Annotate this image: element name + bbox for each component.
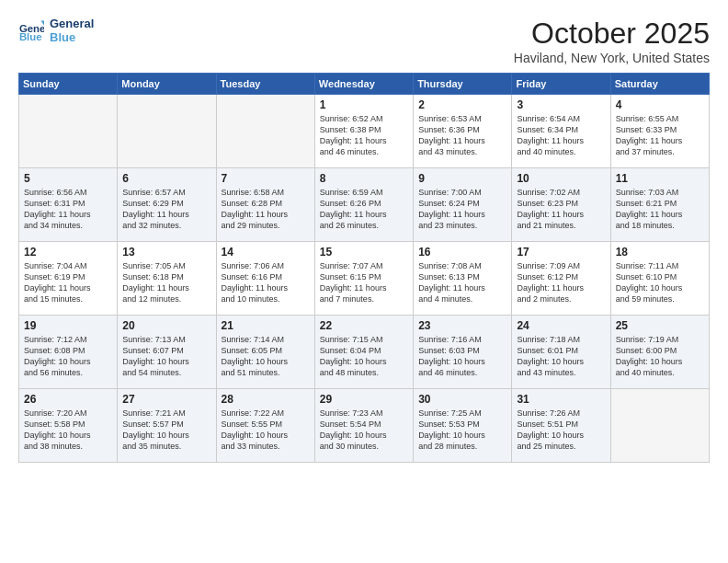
day-info: Sunrise: 7:12 AM Sunset: 6:08 PM Dayligh…	[24, 334, 112, 379]
day-info: Sunrise: 7:22 AM Sunset: 5:55 PM Dayligh…	[222, 408, 310, 453]
day-cell-17: 17Sunrise: 7:09 AM Sunset: 6:12 PM Dayli…	[512, 242, 610, 316]
day-info: Sunrise: 6:55 AM Sunset: 6:33 PM Dayligh…	[616, 113, 704, 158]
day-cell-27: 27Sunrise: 7:21 AM Sunset: 5:57 PM Dayli…	[118, 389, 216, 463]
day-cell-31: 31Sunrise: 7:26 AM Sunset: 5:51 PM Dayli…	[512, 389, 610, 463]
logo-general: General	[50, 17, 94, 30]
weekday-header-wednesday: Wednesday	[314, 74, 413, 95]
day-cell-14: 14Sunrise: 7:06 AM Sunset: 6:16 PM Dayli…	[216, 242, 314, 316]
day-info: Sunrise: 7:04 AM Sunset: 6:19 PM Dayligh…	[24, 260, 112, 305]
day-info: Sunrise: 7:06 AM Sunset: 6:16 PM Dayligh…	[222, 260, 310, 305]
day-info: Sunrise: 7:02 AM Sunset: 6:23 PM Dayligh…	[517, 187, 605, 232]
day-number: 25	[616, 319, 704, 332]
day-cell-18: 18Sunrise: 7:11 AM Sunset: 6:10 PM Dayli…	[610, 242, 709, 316]
day-info: Sunrise: 7:08 AM Sunset: 6:13 PM Dayligh…	[418, 260, 506, 305]
day-number: 5	[24, 172, 112, 185]
day-info: Sunrise: 7:21 AM Sunset: 5:57 PM Dayligh…	[122, 408, 210, 453]
day-number: 14	[222, 246, 310, 259]
day-cell-1: 1Sunrise: 6:52 AM Sunset: 6:38 PM Daylig…	[314, 95, 413, 168]
day-number: 28	[222, 393, 310, 406]
day-cell-19: 19Sunrise: 7:12 AM Sunset: 6:08 PM Dayli…	[19, 316, 118, 389]
day-info: Sunrise: 7:19 AM Sunset: 6:00 PM Dayligh…	[616, 334, 704, 379]
day-cell-24: 24Sunrise: 7:18 AM Sunset: 6:01 PM Dayli…	[512, 316, 610, 389]
day-info: Sunrise: 7:13 AM Sunset: 6:07 PM Dayligh…	[122, 334, 210, 379]
day-cell-3: 3Sunrise: 6:54 AM Sunset: 6:34 PM Daylig…	[512, 95, 610, 168]
title-block: October 2025 Haviland, New York, United …	[514, 17, 710, 65]
calendar: SundayMondayTuesdayWednesdayThursdayFrid…	[18, 73, 710, 463]
day-cell-13: 13Sunrise: 7:05 AM Sunset: 6:18 PM Dayli…	[118, 242, 216, 316]
day-number: 23	[418, 319, 506, 332]
page: General Blue General Blue October 2025 H…	[0, 0, 728, 563]
weekday-header-monday: Monday	[118, 74, 216, 95]
day-number: 8	[320, 172, 408, 185]
day-number: 6	[122, 172, 210, 185]
month-title: October 2025	[514, 17, 710, 51]
day-cell-30: 30Sunrise: 7:25 AM Sunset: 5:53 PM Dayli…	[414, 389, 512, 463]
day-info: Sunrise: 7:05 AM Sunset: 6:18 PM Dayligh…	[122, 260, 210, 305]
day-cell-5: 5Sunrise: 6:56 AM Sunset: 6:31 PM Daylig…	[19, 168, 118, 242]
day-info: Sunrise: 7:14 AM Sunset: 6:05 PM Dayligh…	[222, 334, 310, 379]
day-cell-4: 4Sunrise: 6:55 AM Sunset: 6:33 PM Daylig…	[610, 95, 709, 168]
day-info: Sunrise: 6:54 AM Sunset: 6:34 PM Dayligh…	[517, 113, 605, 158]
day-info: Sunrise: 7:18 AM Sunset: 6:01 PM Dayligh…	[517, 334, 605, 379]
day-number: 1	[320, 98, 408, 111]
day-info: Sunrise: 7:25 AM Sunset: 5:53 PM Dayligh…	[418, 408, 506, 453]
day-info: Sunrise: 6:58 AM Sunset: 6:28 PM Dayligh…	[222, 187, 310, 232]
day-number: 17	[517, 246, 605, 259]
day-number: 11	[616, 172, 704, 185]
day-info: Sunrise: 7:20 AM Sunset: 5:58 PM Dayligh…	[24, 408, 112, 453]
day-number: 2	[418, 98, 506, 111]
day-info: Sunrise: 7:15 AM Sunset: 6:04 PM Dayligh…	[320, 334, 408, 379]
day-number: 24	[517, 319, 605, 332]
weekday-header-saturday: Saturday	[610, 74, 709, 95]
day-number: 19	[24, 319, 112, 332]
location: Haviland, New York, United States	[514, 51, 710, 65]
day-cell-22: 22Sunrise: 7:15 AM Sunset: 6:04 PM Dayli…	[314, 316, 413, 389]
day-cell-20: 20Sunrise: 7:13 AM Sunset: 6:07 PM Dayli…	[118, 316, 216, 389]
day-cell-7: 7Sunrise: 6:58 AM Sunset: 6:28 PM Daylig…	[216, 168, 314, 242]
day-info: Sunrise: 7:09 AM Sunset: 6:12 PM Dayligh…	[517, 260, 605, 305]
day-number: 21	[222, 319, 310, 332]
day-number: 18	[616, 246, 704, 259]
empty-cell	[19, 95, 118, 168]
weekday-header-row: SundayMondayTuesdayWednesdayThursdayFrid…	[19, 74, 710, 95]
day-cell-10: 10Sunrise: 7:02 AM Sunset: 6:23 PM Dayli…	[512, 168, 610, 242]
weekday-header-friday: Friday	[512, 74, 610, 95]
day-number: 7	[222, 172, 310, 185]
day-cell-12: 12Sunrise: 7:04 AM Sunset: 6:19 PM Dayli…	[19, 242, 118, 316]
day-cell-11: 11Sunrise: 7:03 AM Sunset: 6:21 PM Dayli…	[610, 168, 709, 242]
day-info: Sunrise: 7:03 AM Sunset: 6:21 PM Dayligh…	[616, 187, 704, 232]
day-number: 22	[320, 319, 408, 332]
day-number: 12	[24, 246, 112, 259]
day-number: 16	[418, 246, 506, 259]
day-cell-6: 6Sunrise: 6:57 AM Sunset: 6:29 PM Daylig…	[118, 168, 216, 242]
day-info: Sunrise: 6:52 AM Sunset: 6:38 PM Dayligh…	[320, 113, 408, 158]
week-row-5: 26Sunrise: 7:20 AM Sunset: 5:58 PM Dayli…	[19, 389, 710, 463]
day-cell-25: 25Sunrise: 7:19 AM Sunset: 6:00 PM Dayli…	[610, 316, 709, 389]
day-number: 3	[517, 98, 605, 111]
logo-icon: General Blue	[18, 17, 44, 43]
day-cell-16: 16Sunrise: 7:08 AM Sunset: 6:13 PM Dayli…	[414, 242, 512, 316]
day-cell-8: 8Sunrise: 6:59 AM Sunset: 6:26 PM Daylig…	[314, 168, 413, 242]
day-number: 27	[122, 393, 210, 406]
day-info: Sunrise: 6:59 AM Sunset: 6:26 PM Dayligh…	[320, 187, 408, 232]
day-cell-26: 26Sunrise: 7:20 AM Sunset: 5:58 PM Dayli…	[19, 389, 118, 463]
day-cell-9: 9Sunrise: 7:00 AM Sunset: 6:24 PM Daylig…	[414, 168, 512, 242]
empty-cell	[118, 95, 216, 168]
week-row-2: 5Sunrise: 6:56 AM Sunset: 6:31 PM Daylig…	[19, 168, 710, 242]
week-row-1: 1Sunrise: 6:52 AM Sunset: 6:38 PM Daylig…	[19, 95, 710, 168]
weekday-header-sunday: Sunday	[19, 74, 118, 95]
day-info: Sunrise: 6:56 AM Sunset: 6:31 PM Dayligh…	[24, 187, 112, 232]
day-info: Sunrise: 6:57 AM Sunset: 6:29 PM Dayligh…	[122, 187, 210, 232]
day-info: Sunrise: 7:16 AM Sunset: 6:03 PM Dayligh…	[418, 334, 506, 379]
day-number: 10	[517, 172, 605, 185]
day-info: Sunrise: 7:11 AM Sunset: 6:10 PM Dayligh…	[616, 260, 704, 305]
empty-cell	[610, 389, 709, 463]
day-number: 13	[122, 246, 210, 259]
day-info: Sunrise: 7:26 AM Sunset: 5:51 PM Dayligh…	[517, 408, 605, 453]
day-cell-15: 15Sunrise: 7:07 AM Sunset: 6:15 PM Dayli…	[314, 242, 413, 316]
empty-cell	[216, 95, 314, 168]
day-info: Sunrise: 7:23 AM Sunset: 5:54 PM Dayligh…	[320, 408, 408, 453]
day-cell-29: 29Sunrise: 7:23 AM Sunset: 5:54 PM Dayli…	[314, 389, 413, 463]
logo: General Blue General Blue	[18, 17, 94, 44]
svg-text:Blue: Blue	[19, 31, 42, 42]
